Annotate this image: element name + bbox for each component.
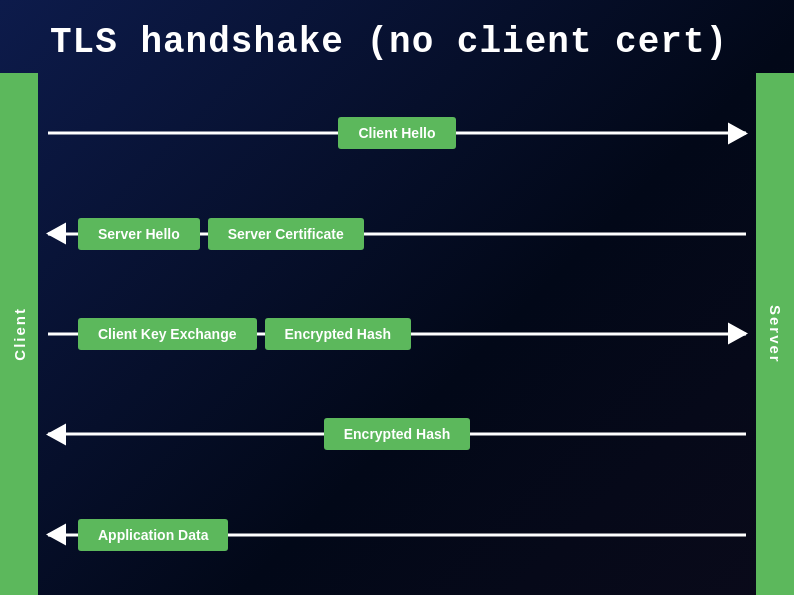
server-hello-row: Server Hello Server Certificate	[48, 199, 746, 269]
server-cert-pill: Server Certificate	[208, 218, 364, 250]
client-label: Client	[11, 307, 28, 361]
app-data-pill: Application Data	[78, 519, 228, 551]
client-hello-pill: Client Hello	[338, 117, 455, 149]
encrypted-hash-row: Encrypted Hash	[48, 399, 746, 469]
app-data-labels: Application Data	[78, 519, 228, 551]
center-content: Client Hello Server Hello Server Certifi…	[38, 73, 756, 595]
server-bar: Server	[756, 73, 794, 595]
key-exchange-labels: Client Key Exchange Encrypted Hash	[78, 318, 411, 350]
client-bar: Client	[0, 73, 38, 595]
server-hello-labels: Server Hello Server Certificate	[78, 218, 364, 250]
diagram-area: Client Client Hello Server Hello Server …	[0, 73, 794, 595]
key-exchange-pill: Client Key Exchange	[78, 318, 257, 350]
server-hello-pill: Server Hello	[78, 218, 200, 250]
slide: TLS handshake (no client cert) Client Cl…	[0, 0, 794, 595]
encrypted-hash-pill: Encrypted Hash	[324, 418, 471, 450]
slide-title: TLS handshake (no client cert)	[0, 0, 794, 73]
app-data-row: Application Data	[48, 500, 746, 570]
encrypted-hash-labels: Encrypted Hash	[48, 418, 746, 450]
client-hello-row: Client Hello	[48, 98, 746, 168]
encrypted-hash-right-pill: Encrypted Hash	[265, 318, 412, 350]
server-label: Server	[767, 305, 784, 364]
key-exchange-row: Client Key Exchange Encrypted Hash	[48, 299, 746, 369]
client-hello-labels: Client Hello	[48, 117, 746, 149]
